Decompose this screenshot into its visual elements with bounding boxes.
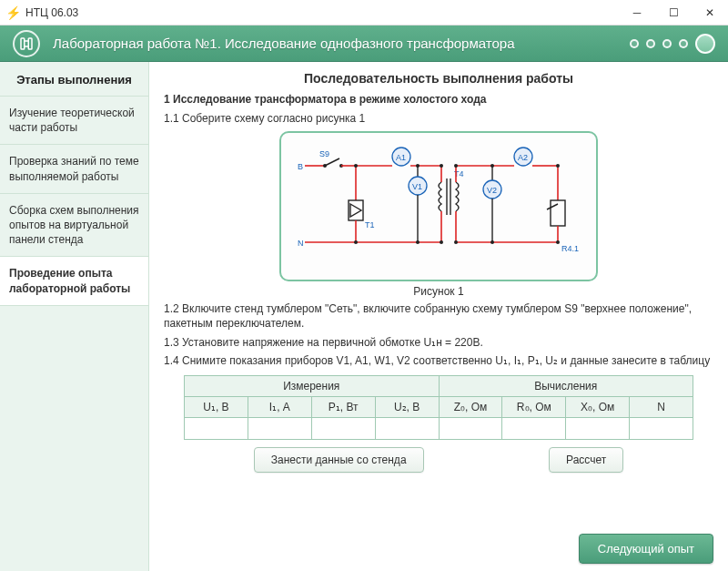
progress-dot-2 xyxy=(646,39,655,48)
col-n: N xyxy=(630,396,693,417)
svg-text:V2: V2 xyxy=(487,186,497,195)
svg-point-50 xyxy=(416,240,420,244)
sidebar-item-label: Сборка схем выполнения опытов на виртуал… xyxy=(9,204,139,246)
col-u1: U₁, В xyxy=(185,396,248,417)
sidebar-item-label: Изучение теоретической части работы xyxy=(9,107,135,134)
step-1-1: 1.1 Соберите схему согласно рисунка 1 xyxy=(164,111,713,126)
window-close-button[interactable]: ✕ xyxy=(692,0,728,25)
button-label: Занести данные со стенда xyxy=(271,454,407,466)
svg-rect-1 xyxy=(28,38,32,49)
svg-point-56 xyxy=(556,240,560,244)
page-title: Последовательность выполнения работы xyxy=(164,71,713,86)
svg-point-52 xyxy=(440,240,443,244)
svg-point-49 xyxy=(416,164,420,168)
svg-point-55 xyxy=(556,164,560,168)
progress-current xyxy=(695,34,715,54)
cell-p1[interactable] xyxy=(311,417,375,439)
load-from-stand-button[interactable]: Занести данные со стенда xyxy=(254,447,424,473)
cell-u1[interactable] xyxy=(185,417,248,439)
cell-u2[interactable] xyxy=(375,417,439,439)
col-u2: U₂, В xyxy=(375,396,439,417)
figure-1: .wr{stroke:#d22;stroke-width:1.6;fill:no… xyxy=(279,131,598,298)
col-p1: P₁, Вт xyxy=(311,396,375,417)
step-1-4: 1.4 Снимите показания приборов V1, A1, W… xyxy=(164,353,713,368)
window-title: НТЦ 06.03 xyxy=(25,6,78,19)
circuit-diagram: .wr{stroke:#d22;stroke-width:1.6;fill:no… xyxy=(285,137,594,273)
button-label: Следующий опыт xyxy=(598,542,694,556)
svg-text:A2: A2 xyxy=(518,153,528,162)
col-x0: X₀, Ом xyxy=(566,396,630,417)
lab-title: Лабораторная работа №1. Исследование одн… xyxy=(53,36,630,51)
sidebar-item-label: Проведение опыта лабораторной работы xyxy=(9,267,130,294)
button-label: Рассчет xyxy=(566,454,606,466)
section-1-title: 1 Исследование трансформатора в режиме х… xyxy=(164,93,713,106)
svg-point-41 xyxy=(490,240,494,244)
cell-r0[interactable] xyxy=(502,417,566,439)
sidebar-item-theory[interactable]: Изучение теоретической части работы xyxy=(0,97,148,145)
sidebar-item-knowledge-check[interactable]: Проверка знаний по теме выполняемой рабо… xyxy=(0,145,148,193)
data-table: Измерения Вычисления U₁, В I₁, А P₁, Вт … xyxy=(184,375,693,440)
svg-point-51 xyxy=(440,164,443,168)
svg-point-54 xyxy=(454,240,458,244)
sidebar-item-label: Проверка знаний по теме выполняемой рабо… xyxy=(9,155,139,182)
table-group-measurements: Измерения xyxy=(185,375,440,396)
sidebar: Этапы выполнения Изучение теоретической … xyxy=(0,62,149,571)
sidebar-title: Этапы выполнения xyxy=(0,62,148,97)
window-titlebar: ⚡ НТЦ 06.03 ─ ☐ ✕ xyxy=(0,0,728,25)
svg-text:B: B xyxy=(298,162,303,171)
svg-line-44 xyxy=(547,204,558,209)
col-i1: I₁, А xyxy=(248,396,311,417)
cell-x0[interactable] xyxy=(566,417,630,439)
main-content: Последовательность выполнения работы 1 И… xyxy=(149,62,728,571)
cell-i1[interactable] xyxy=(248,417,311,439)
figure-caption: Рисунок 1 xyxy=(279,285,598,298)
sidebar-item-experiment[interactable]: Проведение опыта лабораторной работы xyxy=(0,257,148,305)
col-r0: R₀, Ом xyxy=(502,396,566,417)
svg-text:T1: T1 xyxy=(365,220,375,229)
progress-dot-4 xyxy=(679,39,688,48)
svg-point-47 xyxy=(354,164,358,168)
window-minimize-button[interactable]: ─ xyxy=(619,0,655,25)
app-header-icon xyxy=(13,30,40,57)
svg-point-40 xyxy=(490,164,494,168)
app-header: Лабораторная работа №1. Исследование одн… xyxy=(0,25,728,62)
col-z0: Z₀, Ом xyxy=(439,396,502,417)
svg-text:V1: V1 xyxy=(412,182,422,191)
sidebar-item-assemble[interactable]: Сборка схем выполнения опытов на виртуал… xyxy=(0,194,148,258)
svg-point-53 xyxy=(454,164,458,168)
svg-line-7 xyxy=(325,158,339,166)
svg-rect-0 xyxy=(21,38,25,49)
svg-text:S9: S9 xyxy=(319,149,329,158)
progress-dot-1 xyxy=(630,39,639,48)
progress-indicator xyxy=(630,34,715,54)
cell-n[interactable] xyxy=(630,417,693,439)
next-experiment-button[interactable]: Следующий опыт xyxy=(579,534,713,564)
app-bolt-icon: ⚡ xyxy=(5,5,20,20)
svg-text:N: N xyxy=(298,239,304,248)
svg-text:R4.1: R4.1 xyxy=(561,244,579,253)
window-maximize-button[interactable]: ☐ xyxy=(655,0,692,25)
step-1-3: 1.3 Установите напряжение на первичной о… xyxy=(164,335,713,350)
step-1-2: 1.2 Включите стенд тумблером "Сеть", вкл… xyxy=(164,301,713,331)
svg-text:A1: A1 xyxy=(396,153,406,162)
table-group-calculations: Вычисления xyxy=(439,375,693,396)
svg-point-48 xyxy=(354,240,358,244)
calculate-button[interactable]: Рассчет xyxy=(549,447,623,473)
cell-z0[interactable] xyxy=(439,417,502,439)
progress-dot-3 xyxy=(662,39,672,48)
